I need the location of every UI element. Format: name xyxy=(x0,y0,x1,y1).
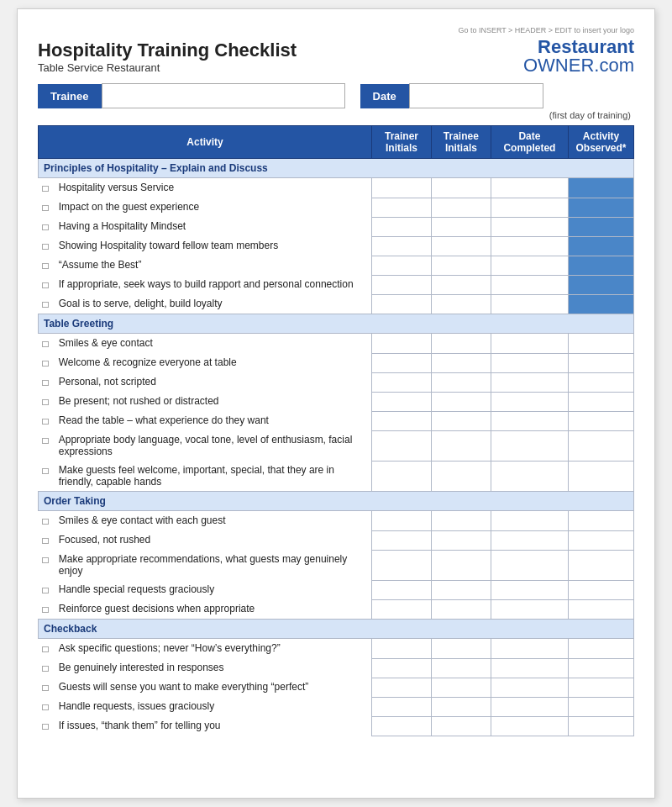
observed-cell[interactable] xyxy=(568,639,633,659)
observed-cell[interactable] xyxy=(568,178,633,198)
date-completed-cell[interactable] xyxy=(491,294,568,314)
trainee-initials-cell[interactable] xyxy=(431,530,491,550)
date-completed-cell[interactable] xyxy=(491,599,568,620)
trainee-initials-cell[interactable] xyxy=(431,599,491,620)
trainer-initials-cell[interactable] xyxy=(372,678,432,697)
trainee-initials-cell[interactable] xyxy=(431,236,491,256)
trainee-initials-cell[interactable] xyxy=(431,275,491,294)
checkbox-symbol[interactable]: □ xyxy=(43,662,49,674)
observed-cell[interactable] xyxy=(568,599,633,620)
date-completed-cell[interactable] xyxy=(491,353,568,372)
trainer-initials-cell[interactable] xyxy=(372,178,432,198)
trainee-initials-cell[interactable] xyxy=(431,353,491,372)
checkbox-symbol[interactable]: □ xyxy=(43,682,49,694)
date-completed-cell[interactable] xyxy=(491,198,568,217)
trainer-initials-cell[interactable] xyxy=(372,411,432,430)
trainee-initials-cell[interactable] xyxy=(431,580,491,599)
checkbox-symbol[interactable]: □ xyxy=(43,720,49,732)
trainer-initials-cell[interactable] xyxy=(372,294,432,314)
observed-cell[interactable] xyxy=(568,256,633,275)
trainer-initials-cell[interactable] xyxy=(372,275,432,294)
trainer-initials-cell[interactable] xyxy=(372,256,432,275)
observed-cell[interactable] xyxy=(568,236,633,256)
date-completed-cell[interactable] xyxy=(491,639,568,659)
date-completed-cell[interactable] xyxy=(491,236,568,256)
checkbox-symbol[interactable]: □ xyxy=(43,435,49,446)
date-completed-cell[interactable] xyxy=(491,511,568,531)
observed-cell[interactable] xyxy=(568,511,633,531)
date-input[interactable] xyxy=(409,83,543,108)
trainee-initials-cell[interactable] xyxy=(431,461,491,492)
trainer-initials-cell[interactable] xyxy=(372,697,432,716)
checkbox-symbol[interactable]: □ xyxy=(43,357,49,369)
checkbox-symbol[interactable]: □ xyxy=(43,377,49,388)
date-completed-cell[interactable] xyxy=(491,550,568,580)
checkbox-symbol[interactable]: □ xyxy=(43,298,49,310)
trainer-initials-cell[interactable] xyxy=(372,372,432,392)
date-completed-cell[interactable] xyxy=(491,372,568,392)
trainee-initials-cell[interactable] xyxy=(431,256,491,275)
checkbox-symbol[interactable]: □ xyxy=(43,415,49,427)
checkbox-symbol[interactable]: □ xyxy=(43,554,49,566)
observed-cell[interactable] xyxy=(568,275,633,294)
trainer-initials-cell[interactable] xyxy=(372,580,432,599)
checkbox-symbol[interactable]: □ xyxy=(43,465,49,477)
trainee-initials-cell[interactable] xyxy=(431,411,491,430)
checkbox-symbol[interactable]: □ xyxy=(43,584,49,596)
observed-cell[interactable] xyxy=(568,198,633,217)
trainee-initials-cell[interactable] xyxy=(431,198,491,217)
observed-cell[interactable] xyxy=(568,461,633,492)
checkbox-symbol[interactable]: □ xyxy=(43,604,49,615)
trainee-initials-cell[interactable] xyxy=(431,678,491,697)
date-completed-cell[interactable] xyxy=(491,178,568,198)
checkbox-symbol[interactable]: □ xyxy=(43,182,49,194)
date-completed-cell[interactable] xyxy=(491,716,568,736)
trainer-initials-cell[interactable] xyxy=(372,430,432,461)
trainer-initials-cell[interactable] xyxy=(372,334,432,354)
trainee-initials-cell[interactable] xyxy=(431,697,491,716)
trainer-initials-cell[interactable] xyxy=(372,599,432,620)
observed-cell[interactable] xyxy=(568,217,633,236)
date-completed-cell[interactable] xyxy=(491,678,568,697)
trainee-initials-cell[interactable] xyxy=(431,658,491,678)
date-completed-cell[interactable] xyxy=(491,217,568,236)
checkbox-symbol[interactable]: □ xyxy=(43,701,49,713)
observed-cell[interactable] xyxy=(568,411,633,430)
observed-cell[interactable] xyxy=(568,334,633,354)
observed-cell[interactable] xyxy=(568,530,633,550)
trainee-initials-cell[interactable] xyxy=(431,294,491,314)
observed-cell[interactable] xyxy=(568,294,633,314)
observed-cell[interactable] xyxy=(568,716,633,736)
trainee-initials-cell[interactable] xyxy=(431,392,491,411)
trainer-initials-cell[interactable] xyxy=(372,392,432,411)
trainee-initials-cell[interactable] xyxy=(431,334,491,354)
trainer-initials-cell[interactable] xyxy=(372,217,432,236)
date-completed-cell[interactable] xyxy=(491,411,568,430)
observed-cell[interactable] xyxy=(568,353,633,372)
date-completed-cell[interactable] xyxy=(491,461,568,492)
checkbox-symbol[interactable]: □ xyxy=(43,202,49,214)
trainee-initials-cell[interactable] xyxy=(431,550,491,580)
date-completed-cell[interactable] xyxy=(491,658,568,678)
checkbox-symbol[interactable]: □ xyxy=(43,240,49,252)
date-completed-cell[interactable] xyxy=(491,697,568,716)
trainer-initials-cell[interactable] xyxy=(372,550,432,580)
checkbox-symbol[interactable]: □ xyxy=(43,643,49,655)
trainee-initials-cell[interactable] xyxy=(431,217,491,236)
date-completed-cell[interactable] xyxy=(491,392,568,411)
checkbox-symbol[interactable]: □ xyxy=(43,535,49,546)
date-completed-cell[interactable] xyxy=(491,275,568,294)
trainee-initials-cell[interactable] xyxy=(431,639,491,659)
trainer-initials-cell[interactable] xyxy=(372,511,432,531)
checkbox-symbol[interactable]: □ xyxy=(43,221,49,233)
observed-cell[interactable] xyxy=(568,678,633,697)
trainer-initials-cell[interactable] xyxy=(372,353,432,372)
trainer-initials-cell[interactable] xyxy=(372,658,432,678)
observed-cell[interactable] xyxy=(568,372,633,392)
trainer-initials-cell[interactable] xyxy=(372,236,432,256)
trainer-initials-cell[interactable] xyxy=(372,716,432,736)
trainer-initials-cell[interactable] xyxy=(372,639,432,659)
observed-cell[interactable] xyxy=(568,550,633,580)
date-completed-cell[interactable] xyxy=(491,256,568,275)
checkbox-symbol[interactable]: □ xyxy=(43,260,49,272)
